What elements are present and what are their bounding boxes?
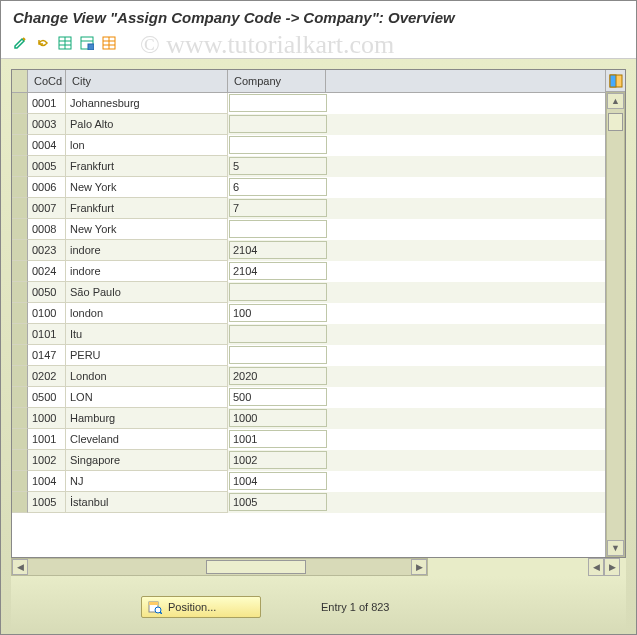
cell-company-input[interactable]: [229, 115, 327, 133]
row-selector[interactable]: [12, 471, 28, 492]
row-selector[interactable]: [12, 366, 28, 387]
table-row[interactable]: 0007Frankfurt7: [12, 198, 605, 219]
cell-cocd: 0005: [28, 156, 66, 177]
row-selector[interactable]: [12, 240, 28, 261]
scroll-right-icon[interactable]: ▶: [411, 559, 427, 575]
cell-city: Frankfurt: [66, 156, 228, 177]
row-selector[interactable]: [12, 387, 28, 408]
cell-company-input[interactable]: 2104: [229, 241, 327, 259]
table-row[interactable]: 0050São Paulo: [12, 282, 605, 303]
table-row[interactable]: 1005İstanbul1005: [12, 492, 605, 513]
footer: Position... Entry 1 of 823: [11, 576, 626, 630]
select-all-header[interactable]: [12, 70, 28, 92]
cell-company-input[interactable]: [229, 220, 327, 238]
cell-company-input[interactable]: 2020: [229, 367, 327, 385]
cell-cocd: 0001: [28, 93, 66, 114]
table-row[interactable]: 0100london100: [12, 303, 605, 324]
cell-company-input[interactable]: [229, 325, 327, 343]
column-header-cocd[interactable]: CoCd: [28, 70, 66, 92]
scroll-thumb[interactable]: [608, 113, 623, 131]
row-selector[interactable]: [12, 282, 28, 303]
cell-city: PERU: [66, 345, 228, 366]
scroll-left-icon[interactable]: ◀: [12, 559, 28, 575]
cell-city: London: [66, 366, 228, 387]
cell-company-input[interactable]: 1004: [229, 472, 327, 490]
svg-line-16: [160, 612, 162, 614]
cell-company-input[interactable]: 7: [229, 199, 327, 217]
row-selector[interactable]: [12, 219, 28, 240]
table-row[interactable]: 0004lon: [12, 135, 605, 156]
table-green-icon[interactable]: [55, 34, 75, 52]
row-selector[interactable]: [12, 303, 28, 324]
row-selector[interactable]: [12, 345, 28, 366]
cell-city: Johannesburg: [66, 93, 228, 114]
scroll-up-icon[interactable]: ▲: [607, 93, 624, 109]
cell-cocd: 1002: [28, 450, 66, 471]
table-row[interactable]: 0001Johannesburg: [12, 93, 605, 114]
row-selector[interactable]: [12, 198, 28, 219]
row-selector[interactable]: [12, 429, 28, 450]
row-selector[interactable]: [12, 177, 28, 198]
row-selector[interactable]: [12, 156, 28, 177]
table-row[interactable]: 1004NJ1004: [12, 471, 605, 492]
cell-company-input[interactable]: [229, 283, 327, 301]
row-selector[interactable]: [12, 114, 28, 135]
cell-city: LON: [66, 387, 228, 408]
cell-company-input[interactable]: [229, 136, 327, 154]
row-selector[interactable]: [12, 135, 28, 156]
row-selector[interactable]: [12, 408, 28, 429]
table-row[interactable]: 0101Itu: [12, 324, 605, 345]
row-selector[interactable]: [12, 492, 28, 513]
table-row[interactable]: 1002Singapore1002: [12, 450, 605, 471]
entry-count-text: Entry 1 of 823: [321, 601, 390, 613]
hscroll-thumb[interactable]: [206, 560, 306, 574]
row-selector[interactable]: [12, 93, 28, 114]
cell-company-input[interactable]: 2104: [229, 262, 327, 280]
row-selector[interactable]: [12, 450, 28, 471]
scroll-track[interactable]: [607, 109, 624, 540]
table-row[interactable]: 1001Cleveland1001: [12, 429, 605, 450]
cell-company-input[interactable]: 1000: [229, 409, 327, 427]
cell-company-input[interactable]: 1002: [229, 451, 327, 469]
cell-company-input[interactable]: [229, 94, 327, 112]
vertical-scrollbar[interactable]: ▲ ▼: [606, 92, 625, 557]
table-row[interactable]: 0003Palo Alto: [12, 114, 605, 135]
table-row[interactable]: 0008New York: [12, 219, 605, 240]
column-header-company[interactable]: Company: [228, 70, 326, 92]
table-row[interactable]: 0023indore2104: [12, 240, 605, 261]
cell-company-input[interactable]: 100: [229, 304, 327, 322]
table-right-controls: ▲ ▼: [605, 70, 625, 557]
table-row[interactable]: 0024indore2104: [12, 261, 605, 282]
cell-company-input[interactable]: 1001: [229, 430, 327, 448]
table: CoCd City Company 0001Johannesburg0003Pa…: [11, 69, 626, 558]
position-button[interactable]: Position...: [141, 596, 261, 618]
table-row[interactable]: 0147PERU: [12, 345, 605, 366]
cell-company-input[interactable]: 5: [229, 157, 327, 175]
cell-company-input[interactable]: [229, 346, 327, 364]
position-icon: [148, 600, 162, 614]
scroll-right2-icon[interactable]: ▶: [604, 558, 620, 576]
horizontal-scrollbar[interactable]: ◀ ▶: [11, 558, 428, 576]
cell-cocd: 0024: [28, 261, 66, 282]
column-header-city[interactable]: City: [66, 70, 228, 92]
table-row[interactable]: 0500LON500: [12, 387, 605, 408]
cell-company-input[interactable]: 1005: [229, 493, 327, 511]
row-selector[interactable]: [12, 261, 28, 282]
table-save-icon[interactable]: [77, 34, 97, 52]
table-row[interactable]: 0202London2020: [12, 366, 605, 387]
scroll-down-icon[interactable]: ▼: [607, 540, 624, 556]
table-row[interactable]: 1000Hamburg1000: [12, 408, 605, 429]
hscroll-track[interactable]: [28, 559, 411, 575]
edit-icon[interactable]: [11, 34, 31, 52]
table-row[interactable]: 0006New York6: [12, 177, 605, 198]
table-orange-icon[interactable]: [99, 34, 119, 52]
cell-cocd: 0100: [28, 303, 66, 324]
scroll-left2-icon[interactable]: ◀: [588, 558, 604, 576]
table-row[interactable]: 0005Frankfurt5: [12, 156, 605, 177]
row-selector[interactable]: [12, 324, 28, 345]
cell-company-input[interactable]: 500: [229, 388, 327, 406]
cell-cocd: 0101: [28, 324, 66, 345]
table-settings-icon[interactable]: [606, 70, 625, 92]
undo-icon[interactable]: [33, 34, 53, 52]
cell-company-input[interactable]: 6: [229, 178, 327, 196]
